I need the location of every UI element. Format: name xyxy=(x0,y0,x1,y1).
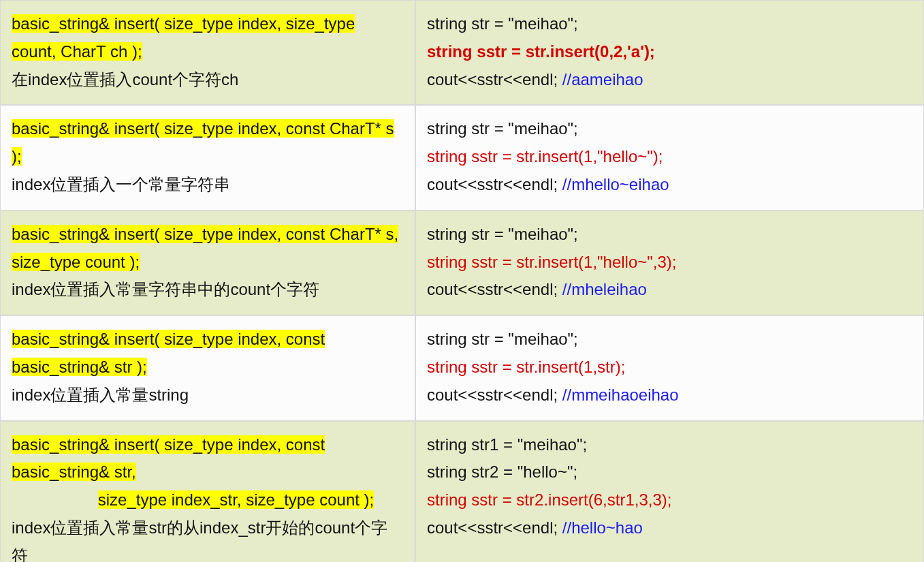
function-signature: basic_string& insert( size_type index, c… xyxy=(12,330,325,376)
code-line-output: cout<<sstr<<endl; //mmeihaoeihao xyxy=(427,381,912,409)
code-text: cout<<sstr<<endl; xyxy=(427,518,562,537)
example-cell: string str = "meihao";string sstr = str.… xyxy=(415,0,924,105)
code-comment: //mhello~eihao xyxy=(562,175,669,193)
signature-description: index位置插入常量str的从index_str开始的count个字符 xyxy=(12,514,404,562)
function-signature: basic_string& insert( size_type index, c… xyxy=(12,225,398,271)
code-text: cout<<sstr<<endl; xyxy=(427,386,562,404)
example-cell: string str = "meihao";string sstr = str.… xyxy=(415,210,924,315)
code-line-highlight: string sstr = str.insert(0,2,'a'); xyxy=(427,38,912,66)
code-line: string str2 = "hello~"; xyxy=(427,458,912,486)
signature-cell: basic_string& insert( size_type index, c… xyxy=(0,421,415,562)
code-line: string str = "meihao"; xyxy=(427,115,912,143)
signature-description: 在index位置插入count个字符ch xyxy=(12,66,404,94)
code-text: cout<<sstr<<endl; xyxy=(427,280,562,298)
code-line: string str = "meihao"; xyxy=(427,10,912,38)
code-line-output: cout<<sstr<<endl; //mheleihao xyxy=(427,276,912,304)
code-line-highlight: string sstr = str2.insert(6,str1,3,3); xyxy=(427,486,912,514)
code-comment: //mmeihaoeihao xyxy=(562,386,679,404)
code-line-highlight: string sstr = str.insert(1,"hello~"); xyxy=(427,143,912,171)
code-line-output: cout<<sstr<<endl; //aameihao xyxy=(427,66,912,94)
code-line-highlight: string sstr = str.insert(1,str); xyxy=(427,354,912,381)
code-comment: //mheleihao xyxy=(562,280,647,298)
signature-description: index位置插入常量字符串中的count个字符 xyxy=(12,276,404,304)
signature-description: index位置插入常量string xyxy=(12,381,404,409)
table-row: basic_string& insert( size_type index, c… xyxy=(0,421,924,562)
function-signature: basic_string& insert( size_type index, c… xyxy=(12,119,394,166)
signature-cell: basic_string& insert( size_type index, c… xyxy=(0,210,415,315)
insert-reference-table: basic_string& insert( size_type index, s… xyxy=(0,0,924,562)
function-signature: basic_string& insert( size_type index, c… xyxy=(12,435,325,482)
example-cell: string str = "meihao";string sstr = str.… xyxy=(415,105,924,210)
code-line-output: cout<<sstr<<endl; //hello~hao xyxy=(427,514,912,542)
code-text: cout<<sstr<<endl; xyxy=(427,175,562,193)
code-comment: //hello~hao xyxy=(562,518,643,537)
signature-cell: basic_string& insert( size_type index, c… xyxy=(0,315,415,420)
signature-cell: basic_string& insert( size_type index, c… xyxy=(0,105,415,210)
code-text: cout<<sstr<<endl; xyxy=(427,70,562,89)
signature-indent xyxy=(12,490,98,509)
example-cell: string str1 = "meihao";string str2 = "he… xyxy=(415,421,924,562)
table-row: basic_string& insert( size_type index, c… xyxy=(0,105,924,210)
table-row: basic_string& insert( size_type index, c… xyxy=(0,210,924,315)
function-signature-cont: size_type index_str, size_type count ); xyxy=(98,490,375,509)
code-line-output: cout<<sstr<<endl; //mhello~eihao xyxy=(427,171,912,199)
code-line: string str = "meihao"; xyxy=(427,221,912,249)
code-comment: //aameihao xyxy=(562,70,643,89)
signature-cell: basic_string& insert( size_type index, s… xyxy=(0,0,415,105)
code-line-highlight: string sstr = str.insert(1,"hello~",3); xyxy=(427,249,912,277)
table-row: basic_string& insert( size_type index, c… xyxy=(0,315,924,420)
code-line: string str1 = "meihao"; xyxy=(427,431,912,459)
signature-description: index位置插入一个常量字符串 xyxy=(12,171,404,199)
table-row: basic_string& insert( size_type index, s… xyxy=(0,0,924,105)
code-line: string str = "meihao"; xyxy=(427,326,912,354)
function-signature: basic_string& insert( size_type index, s… xyxy=(12,14,355,61)
example-cell: string str = "meihao";string sstr = str.… xyxy=(415,315,924,420)
